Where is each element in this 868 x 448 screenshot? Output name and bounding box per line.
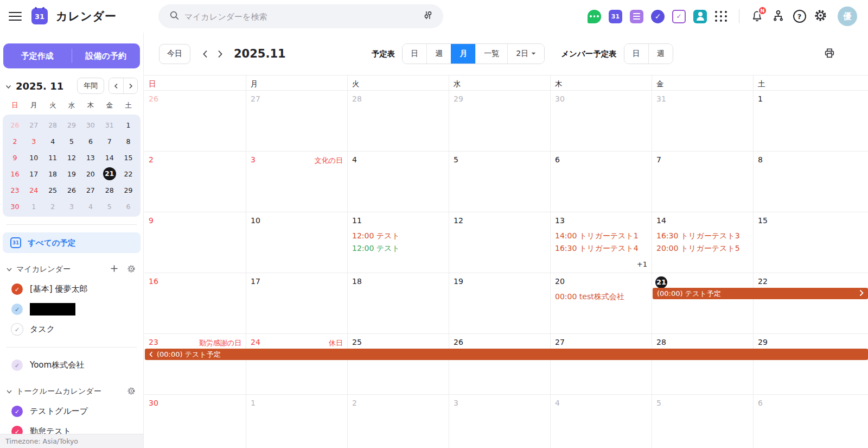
multi-day-event-bar[interactable]: (00:00) テスト予定 (653, 288, 868, 299)
event-item[interactable]: 00:00 test株式会社 (551, 291, 652, 303)
help-icon[interactable]: ? (793, 10, 806, 23)
date-cell[interactable]: 18 (347, 273, 449, 333)
mini-date-cell[interactable]: 7 (100, 133, 119, 149)
date-cell[interactable]: 3 (449, 395, 550, 448)
date-cell[interactable]: 15 (753, 212, 868, 273)
mini-date-cell[interactable]: 3 (62, 198, 81, 214)
sidebar-calendar-item[interactable]: ✓タスク (0, 319, 143, 339)
event-item[interactable]: 16:30 トリガーテスト4 (551, 242, 652, 255)
calendar-icon[interactable]: 31 (609, 10, 622, 23)
mini-date-cell[interactable]: 31 (100, 117, 119, 133)
date-cell[interactable]: 1 (753, 91, 868, 151)
date-cell[interactable]: 9 (144, 212, 246, 273)
date-cell[interactable]: 2 (347, 395, 449, 448)
mini-date-cell[interactable]: 4 (43, 133, 62, 149)
mini-date-cell[interactable]: 13 (81, 149, 100, 166)
mini-date-cell[interactable]: 5 (62, 133, 81, 149)
mini-date-cell[interactable]: 1 (24, 198, 43, 214)
contacts-icon[interactable] (693, 10, 707, 23)
create-event-button[interactable]: 予定作成 (3, 43, 72, 68)
mini-date-cell[interactable]: 23 (5, 182, 24, 198)
mini-date-cell[interactable]: 14 (100, 149, 119, 166)
mini-date-cell[interactable]: 10 (24, 149, 43, 166)
date-cell[interactable]: 22 (753, 273, 868, 333)
date-cell[interactable]: 30 (144, 395, 246, 448)
mini-date-cell[interactable]: 3 (24, 133, 43, 149)
mini-date-cell[interactable]: 28 (100, 182, 119, 198)
app-launcher-icon[interactable] (715, 11, 727, 22)
mini-date-cell[interactable]: 29 (62, 117, 81, 133)
date-cell[interactable]: 29 (753, 334, 868, 394)
event-item[interactable]: 12:00 テスト (348, 230, 449, 242)
sidebar-section-header[interactable]: トークルームカレンダー (7, 384, 136, 399)
mini-date-cell[interactable]: 4 (81, 198, 100, 214)
mini-date-cell[interactable]: 24 (24, 182, 43, 198)
date-cell[interactable]: 29 (449, 91, 550, 151)
mini-date-cell[interactable]: 27 (24, 117, 43, 133)
mini-date-cell[interactable]: 19 (62, 166, 81, 182)
view-option-月[interactable]: 月 (451, 44, 475, 64)
mini-date-cell[interactable]: 6 (81, 133, 100, 149)
date-cell[interactable]: 28 (347, 91, 449, 151)
mini-date-cell[interactable]: 6 (119, 198, 138, 214)
sidebar-section-header[interactable]: マイカレンダー (7, 262, 136, 277)
date-cell[interactable]: 1416:30 トリガーテスト320:00 トリガーテスト5 (652, 212, 753, 273)
settings-gear-icon[interactable] (814, 9, 827, 24)
mini-date-cell[interactable]: 29 (119, 182, 138, 198)
mini-date-cell[interactable]: 27 (81, 182, 100, 198)
date-cell[interactable]: 26 (144, 91, 246, 151)
prev-month-button[interactable] (200, 48, 210, 60)
mini-date-cell[interactable]: 26 (5, 117, 24, 133)
next-month-button[interactable] (215, 48, 225, 60)
event-item[interactable]: 20:00 トリガーテスト5 (652, 242, 753, 255)
mini-date-cell[interactable]: 18 (43, 166, 62, 182)
mini-date-cell[interactable]: 15 (119, 149, 138, 166)
mini-date-cell[interactable]: 30 (81, 117, 100, 133)
date-cell[interactable]: 21 (652, 273, 753, 333)
date-cell[interactable]: 10 (246, 212, 347, 273)
date-cell[interactable]: 6 (550, 152, 652, 212)
event-item[interactable]: 16:30 トリガーテスト3 (652, 230, 753, 242)
date-cell[interactable]: 5 (449, 152, 550, 212)
sidebar-calendar-item[interactable]: ✓ (0, 299, 143, 319)
date-cell[interactable]: 19 (449, 273, 550, 333)
mini-date-cell[interactable]: 1 (119, 117, 138, 133)
date-cell[interactable]: 3文化の日 (246, 152, 347, 212)
section-gear-icon[interactable] (127, 264, 136, 275)
mini-date-cell[interactable]: 17 (24, 166, 43, 182)
date-cell[interactable]: 4 (347, 152, 449, 212)
sidebar-calendar-item[interactable]: ✓テストグループ (0, 401, 143, 421)
mini-date-cell[interactable]: 26 (62, 182, 81, 198)
date-cell[interactable]: 25 (347, 334, 449, 394)
date-cell[interactable]: 26 (449, 334, 550, 394)
mini-date-cell[interactable]: 2 (5, 133, 24, 149)
bell-icon[interactable]: N (750, 9, 764, 24)
event-item[interactable]: 14:00 トリガーテスト1 (551, 230, 652, 242)
sidebar-item-all-events[interactable]: 31 すべての予定 (3, 232, 141, 253)
date-cell[interactable]: 12 (449, 212, 550, 273)
date-cell[interactable]: 1314:00 トリガーテスト116:30 トリガーテスト4+1 (550, 212, 652, 273)
search-filter-icon[interactable] (424, 10, 432, 22)
mini-calendar-title[interactable]: 2025. 11 (16, 80, 63, 92)
date-cell[interactable]: 7 (652, 152, 753, 212)
event-item[interactable]: 12:00 テスト (348, 242, 449, 255)
notes-icon[interactable] (630, 10, 643, 23)
mini-date-cell[interactable]: 22 (119, 166, 138, 182)
multi-day-event-bar[interactable]: (00:00) テスト予定 (145, 349, 868, 360)
messenger-icon[interactable] (588, 10, 601, 23)
chevron-down-icon[interactable] (5, 81, 11, 91)
date-cell[interactable]: 23勤労感謝の日 (144, 334, 246, 394)
date-cell[interactable]: 2000:00 test株式会社 (550, 273, 652, 333)
mini-date-cell[interactable]: 2 (43, 198, 62, 214)
mini-date-cell[interactable]: 25 (43, 182, 62, 198)
member-view-option-日[interactable]: 日 (624, 44, 648, 64)
date-cell[interactable]: 27 (246, 91, 347, 151)
date-cell[interactable]: 31 (652, 91, 753, 151)
sidebar-calendar-item[interactable]: ✓[基本] 優夢太郎 (0, 279, 143, 299)
view-option-一覧[interactable]: 一覧 (475, 44, 507, 64)
mini-date-cell[interactable]: 21 (100, 166, 119, 182)
search-bar[interactable] (158, 4, 443, 28)
print-button[interactable] (821, 45, 838, 63)
date-cell[interactable]: 5 (652, 395, 753, 448)
date-cell[interactable]: 16 (144, 273, 246, 333)
